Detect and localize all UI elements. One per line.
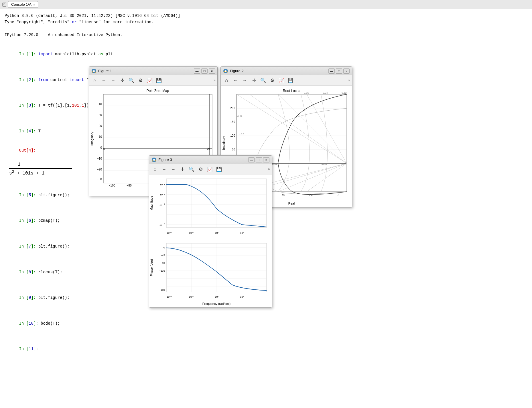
fig1-save-btn[interactable]: 💾: [155, 76, 163, 85]
fig2-back-btn[interactable]: ←: [232, 76, 240, 85]
fig1-y-label: Imaginary: [90, 132, 94, 146]
fig3-config-btn[interactable]: ⚙: [197, 165, 205, 173]
fig3-svg: Magnitude Phase (deg) Frequency (rad/sec…: [149, 174, 272, 306]
svg-text:−40: −40: [280, 193, 285, 197]
fig3-pan-btn[interactable]: ✛: [178, 165, 186, 173]
fig2-config-btn[interactable]: ⚙: [268, 76, 276, 85]
fig3-controls[interactable]: — □ ×: [248, 157, 269, 162]
fig2-toolbar-more[interactable]: »: [348, 79, 350, 83]
svg-text:10⁻¹: 10⁻¹: [189, 232, 194, 234]
fig2-home-btn[interactable]: ⌂: [222, 76, 230, 85]
fig3-save-btn[interactable]: 💾: [215, 165, 223, 173]
fig2-titlebar[interactable]: Figure 2 — □ ×: [221, 67, 352, 75]
console-area: Python 3.9.6 (default, Jul 30 2021, 11:4…: [0, 9, 532, 408]
svg-text:0: 0: [163, 246, 165, 249]
fig3-maximize-btn[interactable]: □: [256, 157, 262, 162]
fig1-pan-btn[interactable]: ✛: [118, 76, 126, 85]
svg-text:10⁻³: 10⁻³: [167, 295, 172, 298]
blank-line9: [5, 307, 527, 314]
in1-line: In [1]: import matplotlib.pyplot as plt: [5, 45, 527, 64]
svg-text:0.24: 0.24: [323, 91, 328, 94]
tab-close-btn[interactable]: ×: [33, 3, 35, 6]
svg-text:10: 10: [99, 135, 102, 138]
fig1-controls[interactable]: — □ ×: [194, 68, 215, 74]
svg-text:−20: −20: [97, 168, 102, 171]
fig2-controls[interactable]: — □ ×: [328, 68, 350, 74]
fig1-title-text: Figure 1: [98, 69, 112, 73]
svg-text:0.12: 0.12: [342, 91, 347, 94]
fig2-x-label: Real: [288, 202, 295, 205]
fig2-title-text: Figure 2: [230, 69, 244, 73]
svg-text:60.00: 60.00: [272, 163, 278, 166]
console-line-5: [5, 38, 527, 45]
pole-2: ×: [103, 146, 105, 151]
fig3-title-text: Figure 3: [158, 158, 172, 162]
fig2-toolbar: ⌂ ← → ✛ 🔍 ⚙ 📈 💾 »: [221, 75, 352, 86]
fig2-maximize-btn[interactable]: □: [336, 68, 342, 74]
fig2-pole-2: ×: [344, 161, 346, 166]
fig1-forward-btn[interactable]: →: [109, 76, 117, 85]
fig1-titlebar[interactable]: Figure 1 — □ ×: [89, 67, 217, 75]
svg-text:30: 30: [99, 113, 102, 117]
fig1-plot-title: Pole Zero Map: [147, 89, 169, 93]
fig1-trend-btn[interactable]: 📈: [146, 76, 154, 85]
matplotlib-icon-3: [151, 157, 157, 162]
fig3-forward-btn[interactable]: →: [169, 165, 177, 173]
fig3-toolbar-more[interactable]: »: [268, 167, 270, 171]
svg-text:10³: 10³: [240, 232, 244, 234]
svg-text:10³: 10³: [240, 295, 244, 298]
in11-line: In [11]:: [5, 340, 527, 359]
ytick-40: 40: [99, 103, 102, 106]
svg-text:10⁻⁵: 10⁻⁵: [159, 203, 165, 206]
fig2-zoom-btn[interactable]: 🔍: [259, 76, 267, 85]
fig2-title-left: Figure 2: [223, 68, 244, 74]
console-tab[interactable]: Console 1/A ×: [8, 1, 38, 8]
fig2-trend-btn[interactable]: 📈: [277, 76, 285, 85]
fig2-minimize-btn[interactable]: —: [328, 68, 335, 74]
fig3-trend-btn[interactable]: 📈: [206, 165, 214, 173]
in1-prompt: In [: [19, 52, 29, 56]
svg-text:0.35: 0.35: [304, 91, 309, 94]
svg-text:0: 0: [337, 193, 338, 197]
svg-text:−45: −45: [161, 254, 165, 257]
svg-text:−10: −10: [97, 157, 102, 160]
svg-text:−90: −90: [161, 262, 165, 264]
fig3-home-btn[interactable]: ⌂: [151, 165, 159, 173]
fig1-title-left: Figure 1: [91, 68, 112, 74]
fig3-close-btn[interactable]: ×: [263, 157, 269, 162]
figure-3-window: Figure 3 — □ × ⌂ ← → ✛ 🔍 ⚙ 📈 💾 »: [149, 155, 272, 308]
fig2-pan-btn[interactable]: ✛: [250, 76, 258, 85]
fig2-forward-btn[interactable]: →: [241, 76, 249, 85]
fig1-home-btn[interactable]: ⌂: [91, 76, 99, 85]
matplotlib-icon-2: [223, 68, 228, 74]
fig1-zoom-btn[interactable]: 🔍: [127, 76, 135, 85]
svg-text:−135: −135: [159, 269, 165, 272]
fig3-minimize-btn[interactable]: —: [248, 157, 255, 162]
window-icon: □: [2, 3, 6, 7]
svg-text:10⁻¹: 10⁻¹: [189, 295, 194, 298]
console-line-3: [5, 25, 527, 32]
fig1-maximize-btn[interactable]: □: [201, 68, 208, 74]
fig3-x-label: Frequency (rad/sec): [202, 302, 230, 305]
fig3-titlebar[interactable]: Figure 3 — □ ×: [149, 156, 272, 164]
fig1-config-btn[interactable]: ⚙: [137, 76, 145, 85]
fig2-save-btn[interactable]: 💾: [287, 76, 295, 85]
fig3-zoom-btn[interactable]: 🔍: [188, 165, 196, 173]
fig3-title-left: Figure 3: [151, 157, 172, 162]
svg-text:0.59: 0.59: [237, 115, 243, 118]
fig1-minimize-btn[interactable]: —: [194, 68, 200, 74]
fig3-toolbar: ⌂ ← → ✛ 🔍 ⚙ 📈 💾 »: [149, 164, 272, 174]
svg-text:150: 150: [230, 120, 235, 123]
svg-text:−30: −30: [97, 178, 102, 181]
svg-rect-63: [166, 179, 267, 227]
fig1-toolbar-more[interactable]: »: [214, 79, 216, 83]
svg-text:200: 200: [230, 107, 235, 110]
fig3-back-btn[interactable]: ←: [160, 165, 168, 173]
fig1-close-btn[interactable]: ×: [209, 68, 215, 74]
svg-text:10⁻³: 10⁻³: [167, 232, 172, 234]
zero-1: +: [208, 146, 210, 151]
fig1-back-btn[interactable]: ←: [100, 76, 108, 85]
fig2-close-btn[interactable]: ×: [343, 68, 350, 74]
tab-label: Console 1/A: [11, 2, 31, 7]
matplotlib-icon: [91, 68, 96, 74]
